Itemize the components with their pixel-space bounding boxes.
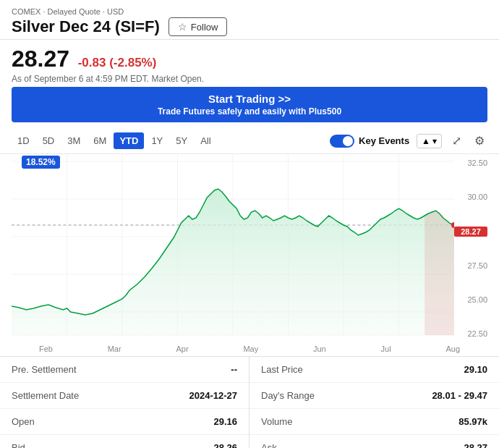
stat-ask-value: 28.27 xyxy=(464,442,487,448)
price-section: 28.27 -0.83 (-2.85%) As of September 6 a… xyxy=(0,40,499,87)
tab-5y[interactable]: 5Y xyxy=(170,132,193,149)
ad-text: Trade Futures safely and easily with xyxy=(158,106,306,117)
time-tabs: 1D 5D 3M 6M YTD 1Y 5Y All xyxy=(12,132,217,149)
chart-controls: 1D 5D 3M 6M YTD 1Y 5Y All Key Events ▲ ▾… xyxy=(0,128,499,154)
stat-last-price-label: Last Price xyxy=(261,364,303,375)
y-label-4: 25.00 xyxy=(454,295,487,304)
follow-button[interactable]: ☆ Follow xyxy=(169,17,228,36)
tab-ytd[interactable]: YTD xyxy=(114,132,144,149)
stat-pre-settlement-label: Pre. Settlement xyxy=(12,364,77,375)
x-label-may: May xyxy=(243,345,258,353)
stat-settlement-date-label: Settlement Date xyxy=(12,390,79,401)
x-label-apr: Apr xyxy=(176,345,188,353)
y-label-1: 32.50 xyxy=(454,159,487,167)
stat-settlement-date: Settlement Date 2024-12-27 xyxy=(0,383,250,409)
y-label-3: 27.50 xyxy=(454,261,487,270)
stat-days-range: Day's Range 28.01 - 29.47 xyxy=(250,383,499,409)
x-label-mar: Mar xyxy=(108,345,121,353)
price-main: 28.27 xyxy=(12,46,69,72)
settings-icon[interactable]: ⚙ xyxy=(472,132,487,149)
tab-1y[interactable]: 1Y xyxy=(145,132,169,149)
stats-grid: Pre. Settlement -- Last Price 29.10 Sett… xyxy=(0,356,499,448)
stat-bid-label: Bid xyxy=(12,442,25,448)
x-label-aug: Aug xyxy=(445,345,460,353)
chart-right-controls: Key Events ▲ ▾ ⤢ ⚙ xyxy=(330,132,487,149)
title-row: Silver Dec 24 (SI=F) ☆ Follow xyxy=(12,17,487,36)
stat-pre-settlement: Pre. Settlement -- xyxy=(0,357,250,383)
stat-settlement-date-value: 2024-12-27 xyxy=(189,390,238,401)
stat-open: Open 29.16 xyxy=(0,409,250,435)
x-label-jun: Jun xyxy=(313,345,326,353)
y-current-price: 28.27 xyxy=(454,227,487,237)
stat-ask-label: Ask xyxy=(261,442,277,448)
tab-1d[interactable]: 1D xyxy=(12,132,35,149)
stat-volume-value: 85.97k xyxy=(459,416,487,427)
x-label-jul: Jul xyxy=(381,345,391,353)
toggle-track[interactable] xyxy=(330,135,354,148)
stat-open-value: 29.16 xyxy=(213,416,237,427)
stat-bid-value: 28.26 xyxy=(213,442,237,448)
ad-banner[interactable]: Start Trading >> Trade Futures safely an… xyxy=(12,87,487,122)
stat-pre-settlement-value: -- xyxy=(231,364,237,375)
x-label-feb: Feb xyxy=(39,345,53,353)
y-axis: 32.50 30.00 28.27 27.50 25.00 22.50 xyxy=(454,154,487,342)
stat-days-range-label: Day's Range xyxy=(261,390,315,401)
tab-5d[interactable]: 5D xyxy=(37,132,61,149)
y-label-5: 22.50 xyxy=(454,329,487,338)
toggle-knob xyxy=(343,136,353,146)
follow-label: Follow xyxy=(191,22,218,33)
tab-6m[interactable]: 6M xyxy=(88,132,112,149)
star-icon: ☆ xyxy=(178,21,187,33)
stat-volume-label: Volume xyxy=(261,416,292,427)
chart-svg xyxy=(12,154,454,342)
ad-subtitle: Trade Futures safely and easily with Plu… xyxy=(158,106,341,117)
source-label: COMEX · Delayed Quote · USD xyxy=(12,7,487,16)
mountain-icon: ▲ xyxy=(422,136,430,146)
x-axis: Feb Mar Apr May Jun Jul Aug xyxy=(0,342,499,353)
stat-days-range-value: 28.01 - 29.47 xyxy=(432,390,487,401)
key-events-toggle[interactable]: Key Events xyxy=(330,135,409,148)
chevron-down-icon: ▾ xyxy=(432,136,437,146)
header: COMEX · Delayed Quote · USD Silver Dec 2… xyxy=(0,0,499,40)
tab-all[interactable]: All xyxy=(195,132,216,149)
ad-brand: Plus500 xyxy=(309,106,341,117)
asset-title: Silver Dec 24 (SI=F) xyxy=(12,17,160,36)
stat-last-price: Last Price 29.10 xyxy=(250,357,499,383)
key-events-label: Key Events xyxy=(359,135,409,146)
stat-open-label: Open xyxy=(12,416,35,427)
chart-container: 18.52% 32.50 30.00 28.27 27.50 25.00 22.… xyxy=(12,154,487,342)
chart-badge: 18.52% xyxy=(22,156,60,169)
expand-icon[interactable]: ⤢ xyxy=(449,132,464,149)
y-label-2: 30.00 xyxy=(454,193,487,201)
stat-bid: Bid 28.26 xyxy=(0,435,250,448)
stat-volume: Volume 85.97k xyxy=(250,409,499,435)
price-change: -0.83 (-2.85%) xyxy=(78,56,157,69)
ad-cta: Start Trading >> xyxy=(208,93,291,105)
stat-last-price-value: 29.10 xyxy=(464,364,487,375)
stat-ask: Ask 28.27 xyxy=(250,435,499,448)
tab-3m[interactable]: 3M xyxy=(61,132,86,149)
chart-type-button[interactable]: ▲ ▾ xyxy=(417,134,442,148)
price-meta: As of September 6 at 4:59 PM EDT. Market… xyxy=(12,74,487,84)
